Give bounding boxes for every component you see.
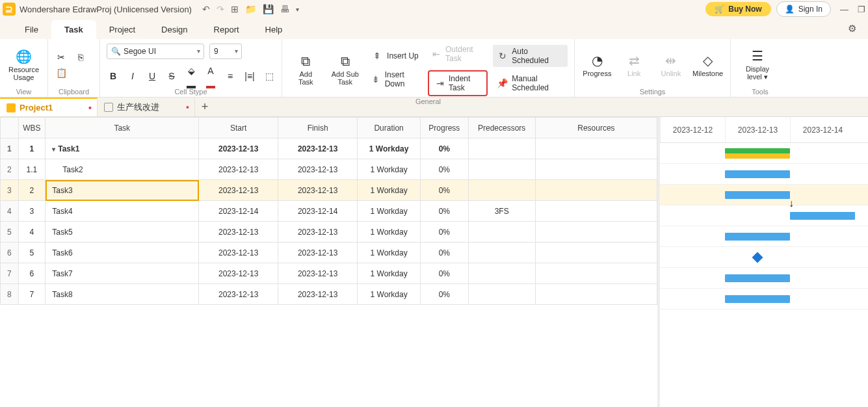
col-task[interactable]: Task bbox=[46, 118, 199, 138]
col-finish[interactable]: Finish bbox=[278, 118, 358, 138]
cell-finish[interactable]: 2023-12-13 bbox=[278, 263, 358, 284]
col-duration[interactable]: Duration bbox=[358, 118, 421, 138]
cell-task-name[interactable]: ▾Task1 bbox=[46, 138, 199, 159]
cell-start[interactable]: 2023-12-13 bbox=[199, 138, 278, 159]
cell-finish[interactable]: 2023-12-14 bbox=[278, 201, 358, 222]
add-subtask-button[interactable]: ⧉ Add Sub Task bbox=[328, 53, 363, 86]
menu-help[interactable]: Help bbox=[252, 20, 296, 39]
gantt-row[interactable] bbox=[660, 268, 868, 289]
row-number[interactable]: 4 bbox=[1, 201, 19, 222]
cell-progress[interactable]: 0% bbox=[421, 284, 468, 305]
bold-button[interactable]: B bbox=[107, 71, 120, 81]
cell-duration[interactable]: 1 Workday bbox=[358, 243, 421, 263]
table-row[interactable]: 43Task42023-12-142023-12-141 Workday0%3F… bbox=[1, 201, 657, 222]
manual-scheduled-button[interactable]: 📌Manual Scheduled bbox=[493, 72, 568, 94]
cell-task-name[interactable]: Task5 bbox=[46, 222, 199, 243]
display-level-button[interactable]: ☰Display level ▾ bbox=[737, 48, 778, 81]
table-row[interactable]: 11▾Task12023-12-132023-12-131 Workday0% bbox=[1, 138, 657, 159]
menu-task[interactable]: Task bbox=[51, 20, 96, 39]
cell-finish[interactable]: 2023-12-13 bbox=[278, 138, 358, 159]
cell-start[interactable]: 2023-12-13 bbox=[199, 263, 278, 284]
gantt-milestone[interactable] bbox=[752, 252, 763, 263]
cell-duration[interactable]: 1 Workday bbox=[358, 263, 421, 284]
cell-pred[interactable] bbox=[468, 263, 535, 284]
outdent-task-button[interactable]: ⇤Outdent Task bbox=[428, 43, 488, 65]
cell-start[interactable]: 2023-12-13 bbox=[199, 284, 278, 305]
doctab-2[interactable]: 生产线改进 • bbox=[98, 98, 195, 116]
cell-wbs[interactable]: 7 bbox=[18, 284, 46, 305]
row-number[interactable]: 8 bbox=[1, 284, 19, 305]
save-icon[interactable]: 💾 bbox=[263, 4, 274, 14]
italic-button[interactable]: I bbox=[126, 71, 139, 81]
gantt-row[interactable] bbox=[660, 226, 868, 247]
row-number[interactable]: 6 bbox=[1, 243, 19, 263]
cell-res[interactable] bbox=[535, 201, 657, 222]
gantt-row[interactable] bbox=[660, 164, 868, 185]
cell-wbs[interactable]: 1.1 bbox=[18, 159, 46, 180]
cell-start[interactable]: 2023-12-13 bbox=[199, 243, 278, 263]
insert-down-button[interactable]: ⇟Insert Down bbox=[367, 68, 423, 90]
cell-res[interactable] bbox=[535, 138, 657, 159]
gantt-bar[interactable] bbox=[725, 295, 790, 303]
fill-color-button[interactable]: ⬙ bbox=[185, 66, 198, 86]
table-row[interactable]: 76Task72023-12-132023-12-131 Workday0% bbox=[1, 263, 657, 284]
link-button[interactable]: ⇄Link bbox=[618, 53, 650, 77]
col-predecessors[interactable]: Predecessors bbox=[468, 118, 535, 138]
cell-res[interactable] bbox=[535, 284, 657, 305]
buy-now-button[interactable]: 🛒 Buy Now bbox=[705, 2, 770, 16]
cell-progress[interactable]: 0% bbox=[421, 263, 468, 284]
milestone-button[interactable]: ◇Milestone bbox=[692, 53, 724, 77]
cell-finish[interactable]: 2023-12-13 bbox=[278, 159, 358, 180]
menu-project[interactable]: Project bbox=[96, 20, 148, 39]
line-spacing-button[interactable]: |≡| bbox=[243, 71, 256, 81]
gantt-row[interactable] bbox=[660, 289, 868, 309]
gantt-day[interactable]: 2023-12-13 bbox=[725, 117, 790, 142]
col-rownum[interactable] bbox=[1, 118, 19, 138]
col-resources[interactable]: Resources bbox=[535, 118, 657, 138]
cell-pred[interactable]: 3FS bbox=[468, 201, 535, 222]
cell-pred[interactable] bbox=[468, 243, 535, 263]
cell-duration[interactable]: 1 Workday bbox=[358, 284, 421, 305]
underline-button[interactable]: U bbox=[146, 71, 159, 81]
auto-scheduled-button[interactable]: ↻Auto Scheduled bbox=[493, 45, 568, 67]
cell-progress[interactable]: 0% bbox=[421, 243, 468, 263]
cell-duration[interactable]: 1 Workday bbox=[358, 201, 421, 222]
cell-duration[interactable]: 1 Workday bbox=[358, 138, 421, 159]
row-number[interactable]: 1 bbox=[1, 138, 19, 159]
strike-button[interactable]: S bbox=[165, 71, 178, 81]
cell-start[interactable]: 2023-12-13 bbox=[199, 159, 278, 180]
minimize-icon[interactable]: — bbox=[840, 5, 848, 14]
font-family-select[interactable]: 🔍 Segoe UI bbox=[107, 44, 204, 59]
unlink-button[interactable]: ⇹Unlink bbox=[655, 53, 687, 77]
gantt-row[interactable]: ↓ bbox=[660, 205, 868, 226]
cell-duration[interactable]: 1 Workday bbox=[358, 222, 421, 243]
menu-report[interactable]: Report bbox=[201, 20, 252, 39]
font-color-button[interactable]: A bbox=[204, 66, 217, 86]
cell-start[interactable]: 2023-12-13 bbox=[199, 222, 278, 243]
cell-pred[interactable] bbox=[468, 159, 535, 180]
task-grid[interactable]: WBS Task Start Finish Duration Progress … bbox=[0, 117, 660, 407]
align-button[interactable]: ≡ bbox=[224, 71, 237, 81]
table-row[interactable]: 21.1Task22023-12-132023-12-131 Workday0% bbox=[1, 159, 657, 180]
cell-start[interactable]: 2023-12-14 bbox=[199, 201, 278, 222]
table-row[interactable]: 54Task52023-12-132023-12-131 Workday0% bbox=[1, 222, 657, 243]
cell-finish[interactable]: 2023-12-13 bbox=[278, 243, 358, 263]
cell-pred[interactable] bbox=[468, 284, 535, 305]
copy-icon[interactable]: ⎘ bbox=[74, 52, 87, 62]
cell-duration[interactable]: 1 Workday bbox=[358, 159, 421, 180]
cell-wbs[interactable]: 3 bbox=[18, 201, 46, 222]
qat-more-icon[interactable]: ▾ bbox=[296, 6, 299, 13]
font-size-select[interactable]: 9 bbox=[209, 44, 242, 59]
gantt-row[interactable] bbox=[660, 247, 868, 268]
cell-duration[interactable]: 1 Workday bbox=[358, 180, 421, 201]
doctab-project1[interactable]: Project1 • bbox=[0, 98, 98, 116]
gantt-bar[interactable] bbox=[725, 274, 790, 282]
gantt-bar[interactable] bbox=[725, 233, 790, 241]
cell-res[interactable] bbox=[535, 263, 657, 284]
settings-icon[interactable]: ⚙ bbox=[848, 23, 856, 34]
wrap-button[interactable]: ⬚ bbox=[263, 71, 276, 81]
cell-pred[interactable] bbox=[468, 180, 535, 201]
gantt-summary-bar[interactable] bbox=[725, 153, 790, 159]
cell-wbs[interactable]: 2 bbox=[18, 180, 46, 201]
row-number[interactable]: 5 bbox=[1, 222, 19, 243]
